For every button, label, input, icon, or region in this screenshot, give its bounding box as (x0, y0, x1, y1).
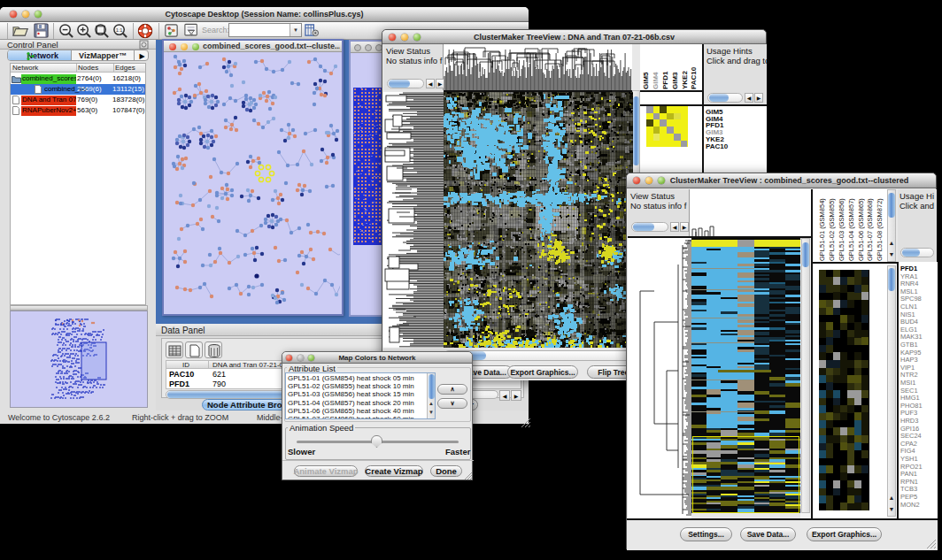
svg-text:1:1: 1:1 (116, 27, 123, 33)
